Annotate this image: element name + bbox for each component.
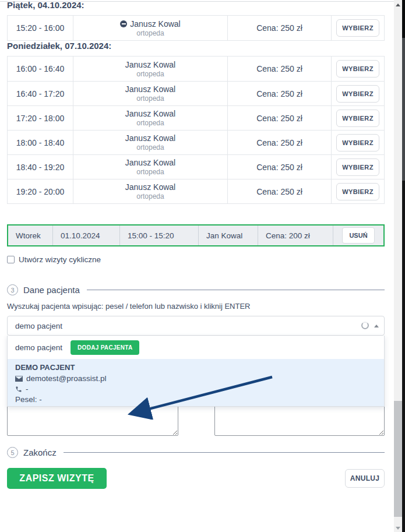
slot-price: Cena: 250 zł <box>228 82 332 105</box>
recurring-visits-row: Utwórz wizyty cykliczne <box>7 255 385 264</box>
select-slot-button[interactable]: WYBIERZ <box>336 134 379 152</box>
step-3-badge: 3 <box>7 284 18 295</box>
selected-visit-patient: Jan Kowal <box>199 226 258 245</box>
slot-time: 16:00 - 16:40 <box>8 57 73 81</box>
select-slot-button[interactable]: WYBIERZ <box>336 85 379 103</box>
patient-search-input[interactable] <box>7 316 385 336</box>
phone-icon <box>15 386 22 393</box>
slot-time: 15:20 - 16:00 <box>8 16 73 40</box>
select-slot-button[interactable]: WYBIERZ <box>336 110 379 127</box>
selected-visit-row: Wtorek 01.10.2024 15:00 - 15:20 Jan Kowa… <box>7 224 385 246</box>
patient-result-option[interactable]: DEMO PACJENT demotest@proassist.pl - Pes… <box>8 359 384 406</box>
patient-search: demo pacjent DODAJ PACJENTA DEMO PACJENT… <box>7 316 385 336</box>
slot-time: 19:20 - 20:00 <box>8 179 73 203</box>
patient-result-phone: - <box>26 385 29 393</box>
doctor-name: Janusz Kowal <box>125 109 175 118</box>
selected-visit-time: 15:00 - 15:20 <box>120 226 199 245</box>
recurring-visits-label: Utwórz wizyty cykliczne <box>19 255 101 264</box>
scrollbar-down-arrow-icon[interactable] <box>396 527 400 530</box>
slot-price: Cena: 250 zł <box>228 131 332 154</box>
day-title: Piątek, 04.10.2024: <box>7 0 385 10</box>
slot-time: 18:40 - 19:20 <box>8 155 73 179</box>
footer-actions: ZAPISZ WIZYTĘ ANULUJ <box>7 468 385 489</box>
minus-circle-icon <box>120 20 127 27</box>
page-edge-strip <box>402 0 405 38</box>
save-visit-button[interactable]: ZAPISZ WIZYTĘ <box>7 468 107 489</box>
caret-up-icon[interactable] <box>374 325 379 327</box>
patient-section-header: 3 Dane pacjenta <box>7 284 385 295</box>
slot-table: 15:20 - 16:00 Janusz Kowal ortopeda Cena… <box>7 15 385 41</box>
slot-doctor: Janusz Kowal ortopeda <box>73 179 228 203</box>
schedule-day-friday: Piątek, 04.10.2024: 15:20 - 16:00 Janusz… <box>7 0 385 41</box>
section-divider <box>87 290 385 290</box>
selected-visit-price: Cena: 200 zł <box>258 226 333 245</box>
slot-price: Cena: 250 zł <box>228 16 332 40</box>
email-icon <box>15 376 23 382</box>
slot-price: Cena: 250 zł <box>228 179 332 203</box>
patient-result-name: DEMO PACJENT <box>15 363 384 372</box>
patient-result-pesel: Pesel: - <box>15 395 384 404</box>
doctor-name: Janusz Kowal <box>125 60 175 69</box>
cancel-button[interactable]: ANULUJ <box>345 469 385 488</box>
slot-row: 19:20 - 20:00 Janusz Kowal ortopeda Cena… <box>8 179 384 203</box>
section-divider <box>64 452 385 453</box>
slot-row: 16:40 - 17:20 Janusz Kowal ortopeda Cena… <box>8 81 384 105</box>
select-slot-button[interactable]: WYBIERZ <box>336 183 379 200</box>
slot-time: 18:00 - 18:40 <box>8 131 73 154</box>
schedule-day-monday: Poniedziałek, 07.10.2024: 16:00 - 16:40 … <box>7 41 385 204</box>
doctor-name: Janusz Kowal <box>125 84 175 94</box>
patient-section-title: Dane pacjenta <box>23 285 80 295</box>
loading-spinner-icon <box>361 322 369 329</box>
doctor-name: Janusz Kowal <box>125 182 175 192</box>
doctor-specialty: ortopeda <box>136 71 164 78</box>
doctor-specialty: ortopeda <box>136 30 164 37</box>
doctor-name: Janusz Kowal <box>125 158 175 167</box>
slot-price: Cena: 250 zł <box>228 106 332 130</box>
patient-search-dropdown: demo pacjent DODAJ PACJENTA DEMO PACJENT… <box>7 336 385 407</box>
doctor-name: Janusz Kowal <box>130 19 180 29</box>
slot-doctor: Janusz Kowal ortopeda <box>73 82 228 105</box>
doctor-specialty: ortopeda <box>136 168 164 176</box>
select-slot-button[interactable]: WYBIERZ <box>336 19 379 37</box>
page-edge-strip <box>402 38 405 181</box>
select-slot-button[interactable]: WYBIERZ <box>336 158 379 176</box>
doctor-specialty: ortopeda <box>136 95 164 103</box>
selected-visit-date: 01.10.2024 <box>53 226 120 245</box>
slot-doctor: Janusz Kowal ortopeda <box>73 57 228 81</box>
slot-price: Cena: 250 zł <box>228 57 332 81</box>
slot-table: 16:00 - 16:40 Janusz Kowal ortopeda Cena… <box>7 56 385 204</box>
slot-doctor: Janusz Kowal ortopeda <box>73 131 228 154</box>
dropdown-query-text: demo pacjent <box>15 343 62 352</box>
doctor-specialty: ortopeda <box>136 144 164 152</box>
slot-doctor: Janusz Kowal ortopeda <box>73 155 228 179</box>
select-slot-button[interactable]: WYBIERZ <box>336 60 379 77</box>
finish-section-header: 5 Zakończ <box>7 447 385 458</box>
doctor-name: Janusz Kowal <box>125 133 175 143</box>
page-edge-strip <box>402 181 405 532</box>
selected-visit-day: Wtorek <box>8 226 53 245</box>
appointment-booking-modal: Piątek, 04.10.2024: 15:20 - 16:00 Janusz… <box>0 0 405 532</box>
doctor-specialty: ortopeda <box>136 119 164 127</box>
patient-result-email: demotest@proassist.pl <box>26 374 107 383</box>
slot-price: Cena: 250 zł <box>228 155 332 179</box>
patient-search-hint: Wyszukaj pacjenta wpisując: pesel / tele… <box>7 302 385 311</box>
slot-row: 17:20 - 18:00 Janusz Kowal ortopeda Cena… <box>8 105 384 130</box>
step-5-badge: 5 <box>7 447 18 458</box>
remove-visit-button[interactable]: USUŃ <box>342 227 375 244</box>
slot-row: 18:40 - 19:20 Janusz Kowal ortopeda Cena… <box>8 154 384 179</box>
slot-doctor: Janusz Kowal ortopeda <box>73 106 228 130</box>
scrollbar-up-arrow-icon[interactable] <box>396 3 400 6</box>
day-title: Poniedziałek, 07.10.2024: <box>7 41 385 51</box>
slot-doctor: Janusz Kowal ortopeda <box>73 16 228 40</box>
slot-time: 17:20 - 18:00 <box>8 106 73 130</box>
doctor-specialty: ortopeda <box>136 193 164 200</box>
slot-row: 16:00 - 16:40 Janusz Kowal ortopeda Cena… <box>8 57 384 81</box>
slot-time: 16:40 - 17:20 <box>8 82 73 105</box>
add-patient-button[interactable]: DODAJ PACJENTA <box>71 340 139 355</box>
recurring-visits-checkbox[interactable] <box>7 256 15 263</box>
slot-row: 18:00 - 18:40 Janusz Kowal ortopeda Cena… <box>8 130 384 154</box>
scrollbar-thumb[interactable] <box>394 401 402 517</box>
slot-row: 15:20 - 16:00 Janusz Kowal ortopeda Cena… <box>8 16 384 40</box>
finish-section-title: Zakończ <box>23 448 57 457</box>
